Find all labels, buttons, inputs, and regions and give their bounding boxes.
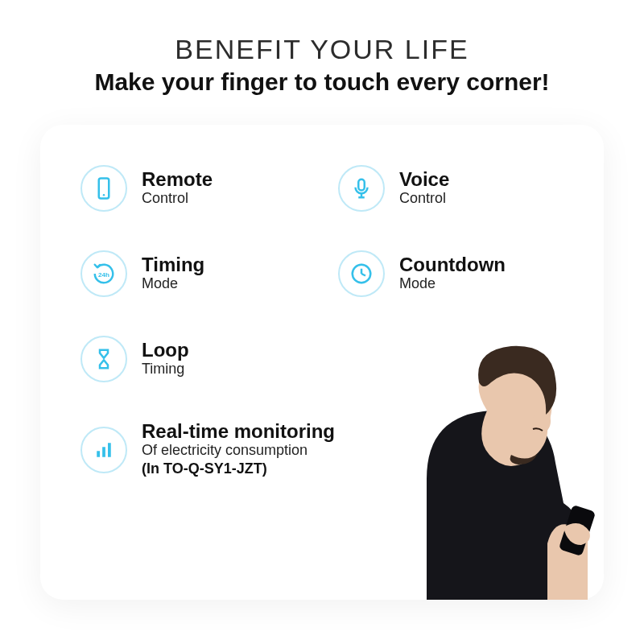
feature-title: Timing [142,254,204,275]
marketing-slide: BENEFIT YOUR LIFE Make your finger to to… [0,0,644,644]
page-title: BENEFIT YOUR LIFE [0,34,644,65]
hourglass-icon [80,336,127,382]
feature-timing: 24h Timing Mode [80,250,306,297]
feature-sub: Of electricity consumption [142,442,335,460]
feature-countdown: Countdown Mode [338,250,564,297]
svg-rect-14 [102,447,105,457]
feature-title: Remote [142,169,213,190]
feature-sub: Control [399,190,449,208]
feature-text: Loop Timing [142,340,189,378]
feature-text: Timing Mode [142,254,204,293]
svg-rect-2 [358,180,365,191]
svg-point-9 [361,264,362,266]
microphone-icon [338,165,385,212]
feature-text: Real-time monitoring Of electricity cons… [142,421,335,478]
svg-point-10 [369,273,371,275]
feature-loop: Loop Timing [80,336,306,382]
feature-sub: Mode [142,275,204,293]
feature-card: Remote Control Voice Control [40,125,604,600]
feature-voice: Voice Control [338,165,564,212]
feature-text: Voice Control [399,169,449,208]
phone-icon [80,165,127,212]
bar-chart-icon [80,427,127,473]
feature-remote: Remote Control [80,165,306,212]
feature-text: Remote Control [142,169,213,208]
svg-rect-17 [559,505,596,556]
feature-title: Voice [399,169,449,190]
feature-sub: Control [142,190,213,208]
page-subtitle: Make your finger to touch every corner! [0,68,644,96]
feature-monitoring: Real-time monitoring Of electricity cons… [80,421,564,478]
header: BENEFIT YOUR LIFE Make your finger to to… [0,0,644,96]
svg-line-8 [361,274,365,276]
feature-sub: Timing [142,361,189,378]
clock-icon [338,250,385,297]
svg-rect-15 [108,443,111,457]
feature-title: Countdown [399,254,506,275]
feature-text: Countdown Mode [399,254,506,293]
feature-title: Real-time monitoring [142,421,335,442]
feature-note: (In TO-Q-SY1-JZT) [142,460,335,478]
svg-rect-13 [97,451,100,457]
clock-24h-icon: 24h [80,250,127,297]
feature-sub: Mode [399,275,506,293]
svg-text:24h: 24h [98,271,109,279]
svg-point-1 [103,194,105,196]
feature-grid: Remote Control Voice Control [80,165,564,478]
svg-point-11 [361,282,362,283]
svg-point-12 [352,273,353,275]
feature-title: Loop [142,340,189,361]
